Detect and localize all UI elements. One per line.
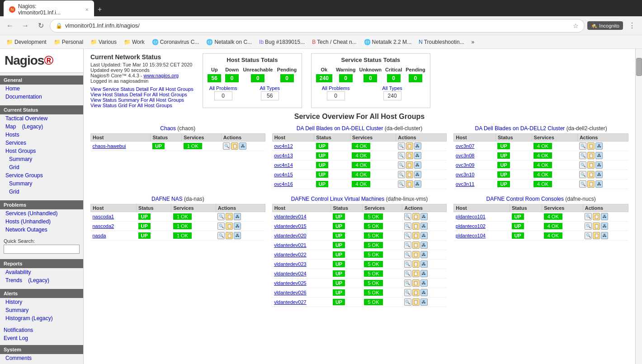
note-action-icon[interactable]: 📋	[412, 260, 420, 268]
host-link[interactable]: ovc3n09	[456, 162, 475, 168]
network-action-icon[interactable]: 🖧	[420, 213, 428, 220]
sidebar-link-history[interactable]: History	[0, 298, 83, 306]
note-action-icon[interactable]: 📋	[412, 289, 420, 296]
view-status-grid-link[interactable]: View Status Grid For All Host Groups	[90, 103, 194, 108]
search-action-icon[interactable]: 🔍	[579, 180, 586, 188]
sidebar-link-sg-grid[interactable]: Grid	[0, 188, 83, 196]
search-action-icon[interactable]: 🔍	[217, 222, 225, 230]
host-link[interactable]: ovc3n08	[456, 153, 475, 158]
network-action-icon[interactable]: 🖧	[420, 222, 428, 230]
network-action-icon[interactable]: 🖧	[234, 222, 241, 230]
address-bar[interactable]: 🔒 vlmonitor01.lnf.infn.it/nagios/ ☆	[50, 19, 585, 33]
search-action-icon[interactable]: 🔍	[398, 161, 405, 169]
network-action-icon[interactable]: 🖧	[234, 232, 241, 239]
host-link[interactable]: pldanteco101	[456, 214, 486, 219]
host-link[interactable]: ovc3n10	[456, 172, 475, 177]
note-action-icon[interactable]: 📋	[593, 222, 600, 230]
host-link[interactable]: vldantedev023	[274, 261, 307, 267]
note-action-icon[interactable]: 📋	[231, 142, 238, 150]
network-action-icon[interactable]: 🖧	[420, 289, 428, 296]
note-action-icon[interactable]: 📋	[593, 213, 600, 220]
host-link[interactable]: vldantedev025	[274, 280, 307, 286]
view-service-status-link[interactable]: View Service Status Detail For All Host …	[90, 86, 194, 92]
note-action-icon[interactable]: 📋	[412, 232, 420, 239]
bookmark-troubleshoot[interactable]: N Troubleshootin...	[416, 38, 467, 46]
host-all-types-link[interactable]: All Types	[260, 85, 279, 91]
note-action-icon[interactable]: 📋	[587, 161, 595, 169]
note-action-icon[interactable]: 📋	[412, 222, 420, 230]
network-action-icon[interactable]: 🖧	[420, 241, 428, 249]
menu-button[interactable]: ⋮	[626, 19, 638, 32]
note-action-icon[interactable]: 📋	[406, 171, 413, 178]
search-action-icon[interactable]: 🔍	[223, 142, 230, 150]
host-link[interactable]: nasda	[93, 233, 106, 238]
bookmark-netatalk1[interactable]: 🌐 Netatalk on C...	[203, 38, 255, 46]
sidebar-link-service-groups[interactable]: Service Groups	[0, 171, 83, 180]
note-action-icon[interactable]: 📋	[412, 241, 420, 249]
sidebar-link-hosts[interactable]: Hosts	[0, 131, 83, 139]
back-button[interactable]: ←	[4, 19, 16, 32]
network-action-icon[interactable]: 🖧	[595, 180, 603, 188]
network-action-icon[interactable]: 🖧	[414, 142, 421, 150]
bookmark-personal[interactable]: 📁 Personal	[51, 38, 86, 46]
sidebar-link-event-log[interactable]: Event Log	[0, 334, 83, 342]
forward-button[interactable]: →	[19, 19, 32, 32]
host-group-link[interactable]: DAFNE NAS	[151, 196, 183, 202]
network-action-icon[interactable]: 🖧	[414, 171, 421, 178]
search-action-icon[interactable]: 🔍	[579, 161, 586, 169]
network-action-icon[interactable]: 🖧	[420, 298, 428, 306]
bookmarks-more-button[interactable]: »	[469, 38, 477, 46]
network-action-icon[interactable]: 🖧	[595, 171, 603, 178]
sidebar-link-availability[interactable]: Availability	[0, 268, 83, 276]
host-link[interactable]: ovc4n12	[274, 143, 293, 149]
note-action-icon[interactable]: 📋	[406, 142, 413, 150]
host-link[interactable]: vldantedev014	[274, 214, 307, 219]
search-action-icon[interactable]: 🔍	[579, 142, 586, 150]
sidebar-link-histogram[interactable]: Histogram (Legacy)	[0, 314, 83, 322]
sidebar-link-tactical-overview[interactable]: Tactical Overview	[0, 114, 83, 123]
sidebar-link-services[interactable]: Services	[0, 139, 83, 147]
network-action-icon[interactable]: 🖧	[420, 251, 428, 258]
svc-all-types-link[interactable]: All Types	[382, 85, 402, 91]
bookmark-bug[interactable]: Ib Bug #1839015...	[256, 38, 307, 46]
note-action-icon[interactable]: 📋	[226, 222, 233, 230]
network-action-icon[interactable]: 🖧	[414, 161, 421, 169]
tab-close-button[interactable]: ✕	[85, 7, 89, 12]
host-link[interactable]: vldantedev020	[274, 233, 307, 238]
search-action-icon[interactable]: 🔍	[217, 213, 225, 220]
host-link[interactable]: vldantedev022	[274, 252, 307, 257]
sidebar-link-home[interactable]: Home	[0, 85, 83, 93]
note-action-icon[interactable]: 📋	[406, 152, 413, 159]
host-all-problems-link[interactable]: All Problems	[209, 85, 237, 91]
search-action-icon[interactable]: 🔍	[404, 289, 411, 296]
new-tab-button[interactable]: +	[94, 4, 105, 15]
network-action-icon[interactable]: 🖧	[414, 180, 421, 188]
host-link[interactable]: ovc4n13	[274, 153, 293, 158]
host-group-link[interactable]: DA Dell Blades on DA-DELL2 Cluster	[475, 125, 565, 132]
search-action-icon[interactable]: 🔍	[404, 232, 411, 239]
bookmark-development[interactable]: 📁 Development	[4, 38, 49, 46]
host-link[interactable]: vldantedev021	[274, 242, 307, 248]
note-action-icon[interactable]: 📋	[587, 171, 595, 178]
search-action-icon[interactable]: 🔍	[404, 241, 411, 249]
search-action-icon[interactable]: 🔍	[585, 232, 592, 239]
host-link[interactable]: ovc3n11	[456, 181, 475, 187]
sidebar-link-host-groups[interactable]: Host Groups	[0, 147, 83, 155]
search-action-icon[interactable]: 🔍	[404, 251, 411, 258]
host-link[interactable]: vldantedev024	[274, 271, 307, 276]
search-action-icon[interactable]: 🔍	[404, 298, 411, 306]
sidebar-link-sg-summary[interactable]: Summary	[0, 180, 83, 188]
view-status-summary-link[interactable]: View Status Summary For All Host Groups	[90, 97, 194, 103]
search-action-icon[interactable]: 🔍	[404, 222, 411, 230]
sidebar-link-map[interactable]: Map (Legacy)	[0, 123, 83, 131]
network-action-icon[interactable]: 🖧	[601, 232, 608, 239]
network-action-icon[interactable]: 🖧	[595, 152, 603, 159]
note-action-icon[interactable]: 📋	[587, 142, 595, 150]
host-group-link[interactable]: Chaos	[160, 125, 176, 132]
network-action-icon[interactable]: 🖧	[420, 232, 428, 239]
sidebar-link-documentation[interactable]: Documentation	[0, 93, 83, 101]
host-link[interactable]: ovc4n14	[274, 162, 293, 168]
search-action-icon[interactable]: 🔍	[398, 152, 405, 159]
sidebar-link-services-unhandled[interactable]: Services (Unhandled)	[0, 209, 83, 217]
host-link[interactable]: pldanteco102	[456, 223, 486, 229]
